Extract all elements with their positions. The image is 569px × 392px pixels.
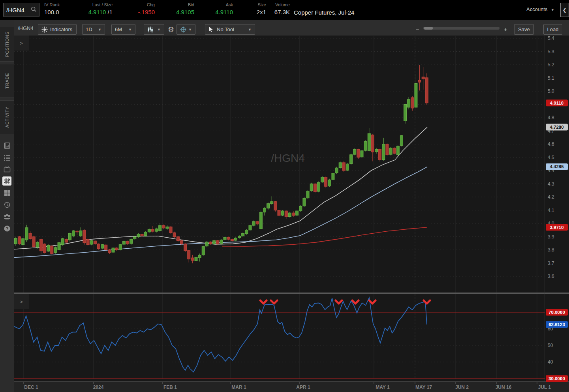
svg-text:DEC 1: DEC 1 [24,384,38,390]
lower-panel-expander[interactable]: > [14,294,29,309]
chart-panel[interactable]: > > 5.45.35.25.15.04.94.84.74.64.54.44.3… [14,36,569,392]
svg-text:FEB 1: FEB 1 [163,384,177,390]
svg-text:5.2: 5.2 [548,62,554,68]
quote-field-volume: Volume 67.3K [255,0,290,20]
svg-text:JUN 2: JUN 2 [455,384,469,390]
svg-text:3.7: 3.7 [548,261,554,266]
svg-text:4.7280: 4.7280 [550,125,563,129]
cursor-icon [208,26,214,32]
svg-text:4.4285: 4.4285 [550,164,564,169]
svg-text:2024: 2024 [93,384,104,390]
chart-style-dropdown[interactable]: ▼ [144,24,164,35]
accounts-dropdown[interactable]: Accounts▼ [526,6,554,12]
chevron-down-icon: ▼ [248,28,252,32]
chevron-right-icon: > [20,40,23,46]
quote-field-ask: Ask 4.9110 [193,0,233,20]
candle-style-icon [147,26,153,33]
svg-text:APR 1: APR 1 [296,384,310,390]
svg-text:MAY 17: MAY 17 [415,384,432,390]
svg-text:?: ? [6,226,8,231]
help-icon[interactable]: ? [2,224,11,233]
chart-watermark: /HGN4 [271,152,305,164]
history-icon[interactable] [2,200,11,209]
search-icon[interactable] [31,6,37,14]
chart-settings-button[interactable]: ⚙ [166,24,176,35]
chevron-down-icon: ▼ [188,28,192,32]
chart-toolbar: /HGN4 Indicators 1D ▼ 6M ▼ ▼ ⚙ ▼ No Tool… [14,20,569,36]
instrument-name: Copper Futures, Jul-24 [294,9,354,16]
zoom-in-button[interactable]: + [504,24,507,35]
svg-text:5.4: 5.4 [548,36,554,41]
indicators-button[interactable]: Indicators [38,24,77,35]
people-icon[interactable] [2,212,11,221]
drawing-tool-dropdown[interactable]: No Tool ▼ [205,24,255,35]
svg-text:4.6: 4.6 [548,141,554,147]
svg-text:40: 40 [548,359,553,365]
svg-text:4.8: 4.8 [548,115,554,120]
svg-text:MAR 1: MAR 1 [231,384,246,390]
quote-field-last-size: Last / Size 4.9110 /1 [65,0,113,20]
indicators-burst-icon [41,26,48,33]
svg-text:4.3: 4.3 [548,181,554,187]
chart-symbol-label: /HGN4 [18,25,34,31]
svg-text:3.8: 3.8 [548,247,554,253]
svg-text:5.3: 5.3 [548,49,554,54]
chart-icon[interactable] [2,176,11,186]
grid-icon[interactable] [2,188,11,197]
sidebar-tab-positions[interactable]: POSITIONS [0,27,14,62]
zoom-out-button[interactable]: − [416,24,419,35]
watchlist-icon[interactable] [2,153,11,162]
chevron-down-icon: ▼ [157,28,161,32]
svg-text:62.6123: 62.6123 [548,322,565,327]
crosshair-dropdown[interactable]: ▼ [177,24,195,35]
load-button[interactable]: Load [543,24,562,35]
interval-dropdown[interactable]: 1D ▼ [82,24,105,35]
minus-icon: − [416,26,419,33]
range-dropdown[interactable]: 6M ▼ [111,24,135,35]
zoom-slider-handle[interactable] [424,27,433,30]
crosshair-icon [180,26,186,33]
svg-text:4.1: 4.1 [548,208,554,213]
svg-text:MAY 1: MAY 1 [376,384,390,390]
save-button[interactable]: Save [514,24,534,35]
chevron-left-icon: ❮ [563,7,567,13]
svg-text:JUL 1: JUL 1 [538,384,551,390]
quote-field-bid: Bid 4.9105 [155,0,194,20]
tv-icon[interactable] [2,165,11,174]
gear-icon: ⚙ [168,25,174,34]
svg-text:4.5: 4.5 [548,155,554,160]
quote-field-chg: Chg -.1950 [115,0,155,20]
left-sidebar: POSITIONS TRADE ACTIVITY ? [0,20,14,392]
svg-text:3.9: 3.9 [548,234,554,240]
chevron-down-icon: ▼ [128,28,132,32]
top-bar: /HGN4 IV Rank 100.0 Last / Size 4.9110 /… [0,0,569,20]
plus-icon: + [504,26,507,33]
price-chart-canvas[interactable]: 5.45.35.25.15.04.94.84.74.64.54.44.34.24… [14,36,569,392]
svg-text:3.6: 3.6 [548,274,554,279]
collapse-panel-button[interactable]: ❮ [560,3,569,17]
svg-text:JUN 16: JUN 16 [496,384,512,390]
svg-text:5.0: 5.0 [548,88,554,94]
symbol-input-value: /HGN4 [4,7,24,13]
svg-text:50: 50 [548,343,553,348]
svg-text:3.9710: 3.9710 [550,225,563,230]
text-cursor [25,7,25,13]
main-panel-expander[interactable]: > [14,36,29,51]
zoom-slider[interactable] [423,27,500,30]
svg-text:70.0000: 70.0000 [548,310,565,315]
sidebar-tab-activity[interactable]: ACTIVITY [0,100,14,134]
journal-icon[interactable] [2,141,11,150]
svg-text:5.1: 5.1 [548,75,554,81]
symbol-input[interactable]: /HGN4 [3,3,39,17]
svg-text:4.9110: 4.9110 [550,101,564,105]
svg-text:4.2: 4.2 [548,194,554,200]
chevron-down-icon: ▼ [98,28,101,32]
chevron-right-icon: > [20,299,23,305]
svg-text:30.0000: 30.0000 [548,376,565,381]
sidebar-tab-trade[interactable]: TRADE [0,64,14,98]
chevron-down-icon: ▼ [550,8,554,12]
